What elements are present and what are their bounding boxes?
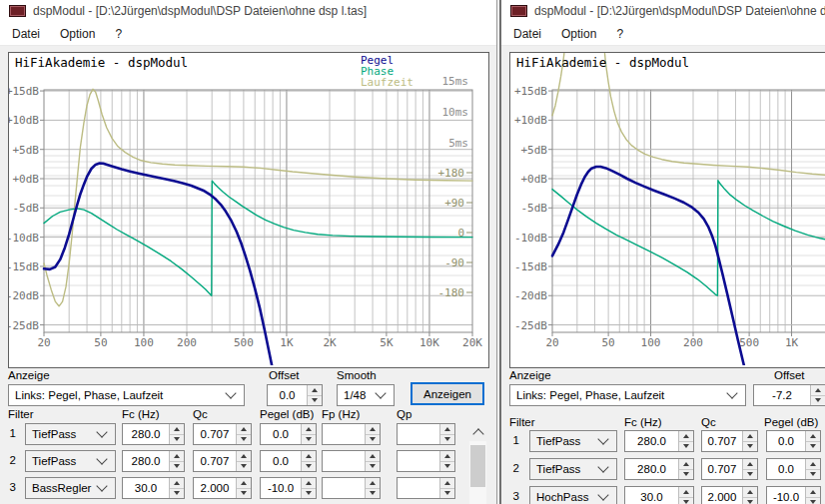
scrollbar-thumb[interactable]	[470, 445, 485, 487]
filter-value-spinner[interactable]: 0.0	[766, 430, 821, 452]
spin-down-button[interactable]	[308, 396, 322, 406]
filter-value-spinner[interactable]	[397, 450, 455, 472]
spin-down-button[interactable]	[302, 435, 316, 445]
spin-down-button[interactable]	[806, 498, 820, 504]
filter-value-spinner[interactable]: -10.0	[260, 477, 317, 499]
spin-up-button[interactable]	[440, 424, 454, 435]
spin-up-button[interactable]	[308, 385, 322, 396]
spin-up-button[interactable]	[806, 459, 820, 470]
spin-down-button[interactable]	[679, 442, 693, 452]
spin-down-button[interactable]	[237, 489, 251, 499]
spin-up-button[interactable]	[170, 451, 184, 462]
menu-help[interactable]: ?	[606, 27, 633, 41]
spin-down-button[interactable]	[743, 442, 757, 452]
filter-value-spinner[interactable]: 2.000	[193, 477, 252, 499]
spin-down-button[interactable]	[366, 462, 380, 472]
filter-value-spinner[interactable]: 0.707	[701, 458, 758, 480]
filter-type-select[interactable]: TiefPass	[529, 458, 617, 480]
spin-down-button[interactable]	[440, 435, 454, 445]
filter-value-spinner[interactable]	[322, 477, 381, 499]
smooth-select[interactable]: 1/48	[337, 384, 395, 406]
spin-up-button[interactable]	[302, 424, 316, 435]
spin-up-button[interactable]	[679, 459, 693, 470]
spin-down-button[interactable]	[679, 470, 693, 480]
scroll-up-button[interactable]	[469, 423, 486, 441]
filter-value-spinner[interactable]: 280.0	[122, 450, 185, 472]
spin-up-button[interactable]	[806, 487, 820, 498]
filter-type-select[interactable]: TiefPass	[529, 430, 617, 452]
spin-down-button[interactable]	[440, 489, 454, 499]
filter-value-spinner[interactable]: 0.707	[193, 450, 252, 472]
spin-down-button[interactable]	[806, 470, 820, 480]
spin-up-button[interactable]	[302, 478, 316, 489]
filter-value-spinner[interactable]	[322, 423, 381, 445]
filter-type-select[interactable]: TiefPass	[25, 450, 116, 472]
menu-help[interactable]: ?	[105, 27, 132, 41]
spin-down-button[interactable]	[170, 462, 184, 472]
menu-datei[interactable]: Datei	[503, 27, 551, 41]
spin-up-button[interactable]	[366, 424, 380, 435]
anzeigen-button[interactable]: Anzeigen	[411, 382, 484, 405]
menu-datei[interactable]: Datei	[2, 27, 50, 41]
filter-value-spinner[interactable]: 0.0	[260, 423, 317, 445]
titlebar[interactable]: dspModul - [D:\2Jürgen\dspModul\DSP Date…	[0, 0, 496, 22]
titlebar[interactable]: dspModul - [D:\2Jürgen\dspModul\DSP Date…	[501, 0, 825, 22]
spin-up-button[interactable]	[237, 478, 251, 489]
spin-down-button[interactable]	[806, 442, 820, 452]
filter-type-select[interactable]: HochPass	[529, 486, 617, 504]
anzeige-select[interactable]: Links: Pegel, Phase, Laufzeit	[509, 384, 746, 406]
spin-up-button[interactable]	[366, 478, 380, 489]
offset-spinner[interactable]: -7.2	[753, 384, 825, 406]
spin-up-button[interactable]	[679, 431, 693, 442]
filter-type-select[interactable]: TiefPass	[25, 423, 116, 445]
spin-up-button[interactable]	[806, 431, 820, 442]
filter-value-spinner[interactable]: 30.0	[122, 477, 185, 499]
filter-value-spinner[interactable]: 2.000	[701, 486, 758, 504]
offset-spinner[interactable]: 0.0	[267, 384, 323, 406]
filter-value-spinner[interactable]	[397, 477, 455, 499]
spin-up-button[interactable]	[440, 451, 454, 462]
filter-value-spinner[interactable]: 0.707	[701, 430, 758, 452]
filter-value-spinner[interactable]	[322, 450, 381, 472]
spin-down-button[interactable]	[302, 489, 316, 499]
menu-option[interactable]: Option	[551, 27, 606, 41]
spin-down-button[interactable]	[440, 462, 454, 472]
spin-down-button[interactable]	[302, 462, 316, 472]
spin-up-button[interactable]	[237, 451, 251, 462]
spin-up-button[interactable]	[170, 478, 184, 489]
spinner-value	[398, 478, 439, 498]
filter-scrollbar[interactable]	[469, 423, 486, 504]
spin-up-button[interactable]	[302, 451, 316, 462]
spin-down-button[interactable]	[366, 435, 380, 445]
spin-down-button[interactable]	[811, 396, 825, 406]
spin-up-button[interactable]	[170, 424, 184, 435]
spin-up-button[interactable]	[811, 385, 825, 396]
filter-value-spinner[interactable]	[397, 423, 455, 445]
spin-down-button[interactable]	[237, 435, 251, 445]
filter-value-spinner[interactable]: 30.0	[624, 486, 694, 504]
spin-up-button[interactable]	[440, 478, 454, 489]
filter-value-spinner[interactable]: 280.0	[624, 430, 694, 452]
spin-down-button[interactable]	[366, 489, 380, 499]
spin-down-button[interactable]	[743, 470, 757, 480]
menu-option[interactable]: Option	[50, 27, 105, 41]
filter-value-spinner[interactable]: -10.0	[766, 486, 821, 504]
spin-down-button[interactable]	[237, 462, 251, 472]
filter-type-select[interactable]: BassRegler	[25, 477, 116, 499]
spin-up-button[interactable]	[743, 487, 757, 498]
spin-down-button[interactable]	[743, 498, 757, 504]
spin-up-button[interactable]	[679, 487, 693, 498]
filter-value-spinner[interactable]: 280.0	[122, 423, 185, 445]
filter-value-spinner[interactable]: 280.0	[624, 458, 694, 480]
filter-value-spinner[interactable]: 0.0	[766, 458, 821, 480]
filter-value-spinner[interactable]: 0.0	[260, 450, 317, 472]
anzeige-select[interactable]: Links: Pegel, Phase, Laufzeit	[8, 384, 245, 406]
spin-down-button[interactable]	[679, 498, 693, 504]
spin-down-button[interactable]	[170, 435, 184, 445]
spin-up-button[interactable]	[743, 459, 757, 470]
spin-up-button[interactable]	[743, 431, 757, 442]
spin-down-button[interactable]	[170, 489, 184, 499]
filter-value-spinner[interactable]: 0.707	[193, 423, 252, 445]
spin-up-button[interactable]	[237, 424, 251, 435]
spin-up-button[interactable]	[366, 451, 380, 462]
